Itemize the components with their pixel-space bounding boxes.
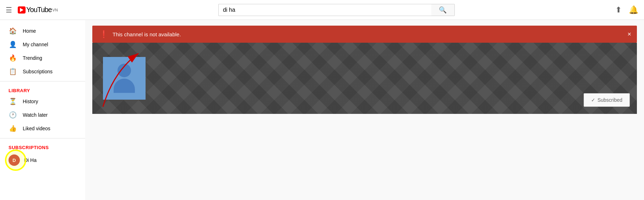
channel-banner: ✓ Subscribed: [92, 43, 637, 114]
logo-text: YouTube: [26, 6, 52, 14]
sidebar-label-subscriptions: Subscriptions: [23, 69, 53, 74]
sidebar-label-watchlater: Watch later: [23, 112, 48, 118]
sidebar-item-trending[interactable]: 🔥 Trending: [0, 51, 85, 65]
avatar-head: [118, 64, 131, 77]
sidebar-label-mychannel: My channel: [23, 42, 48, 47]
sidebar-label-home: Home: [23, 28, 36, 34]
youtube-logo-icon: [18, 6, 26, 14]
logo[interactable]: YouTubeVN: [18, 6, 58, 14]
subscriptions-section-title: SUBSCRIPTIONS: [0, 141, 85, 152]
subscribed-check-icon: ✓: [591, 97, 595, 103]
sidebar-label-likedvideos: Liked videos: [23, 126, 50, 131]
sidebar-item-watchlater[interactable]: 🕐 Watch later: [0, 108, 85, 122]
layout: 🏠 Home 👤 My channel 🔥 Trending 📋 Subscri…: [0, 20, 644, 200]
home-icon: 🏠: [9, 27, 17, 35]
sidebar-item-history[interactable]: ⏳ History: [0, 95, 85, 108]
channel-area: ✓ Subscribed: [92, 43, 637, 114]
history-icon: ⏳: [9, 98, 17, 105]
search-input[interactable]: [218, 4, 431, 16]
avatar-person: [114, 64, 135, 93]
sidebar-divider-1: [0, 81, 85, 81]
subscribed-button[interactable]: ✓ Subscribed: [584, 93, 630, 107]
diha-name: Di Ha: [24, 157, 37, 163]
header: ☰ YouTubeVN 🔍 ⬆ 🔔: [0, 0, 644, 20]
error-icon: ❗: [99, 30, 108, 38]
library-section-title: LIBRARY: [0, 84, 85, 95]
search-area: 🔍: [72, 4, 601, 16]
error-close-button[interactable]: ×: [627, 31, 631, 38]
main-content: ❗ This channel is not available. × ✓ Sub…: [85, 20, 644, 200]
subscribed-label: Subscribed: [597, 97, 622, 103]
subscriptions-icon: 📋: [9, 68, 17, 75]
watchlater-icon: 🕐: [9, 111, 17, 119]
search-icon: 🔍: [439, 6, 447, 14]
likedvideos-icon: 👍: [9, 125, 17, 132]
sidebar-item-subscriptions[interactable]: 📋 Subscriptions: [0, 65, 85, 78]
sidebar-divider-2: [0, 138, 85, 138]
sidebar-item-home[interactable]: 🏠 Home: [0, 24, 85, 38]
header-left: ☰ YouTubeVN: [6, 6, 58, 14]
sidebar: 🏠 Home 👤 My channel 🔥 Trending 📋 Subscri…: [0, 20, 85, 200]
sidebar-item-mychannel[interactable]: 👤 My channel: [0, 38, 85, 51]
hamburger-icon[interactable]: ☰: [6, 6, 12, 14]
search-button[interactable]: 🔍: [431, 4, 455, 16]
person-icon: 👤: [9, 41, 17, 48]
channel-avatar: [103, 57, 146, 100]
notification-icon[interactable]: 🔔: [629, 5, 638, 15]
upload-icon[interactable]: ⬆: [615, 5, 622, 15]
logo-vn: VN: [53, 8, 58, 12]
error-banner: ❗ This channel is not available. ×: [92, 26, 637, 43]
channel-banner-pattern: [92, 43, 637, 114]
sidebar-label-history: History: [23, 99, 38, 104]
header-right: ⬆ 🔔: [615, 5, 638, 15]
play-icon: [20, 8, 23, 12]
trending-icon: 🔥: [9, 54, 17, 62]
sidebar-item-likedvideos[interactable]: 👍 Liked videos: [0, 122, 85, 135]
error-text: This channel is not available.: [113, 31, 630, 37]
avatar-body: [114, 79, 135, 93]
diha-avatar: D: [9, 154, 20, 166]
subscription-item-diha[interactable]: D Di Ha: [0, 152, 85, 169]
sidebar-label-trending: Trending: [23, 55, 42, 61]
